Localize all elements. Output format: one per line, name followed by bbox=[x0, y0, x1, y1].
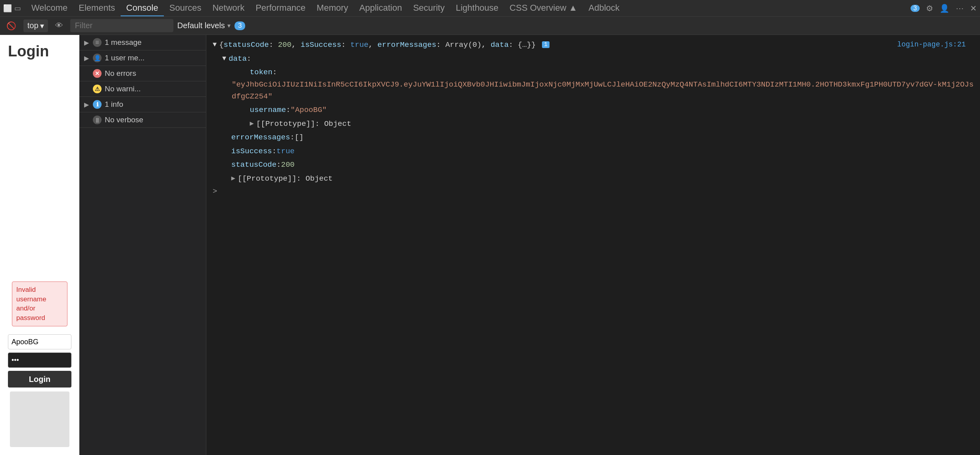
tab-css-overview[interactable]: CSS Overview ▲ bbox=[504, 0, 583, 16]
more-dots-icon[interactable]: ⋯ bbox=[956, 4, 964, 13]
list-icon: ≡ bbox=[93, 38, 102, 47]
error-message-box: Invalid username and/or password bbox=[12, 281, 67, 326]
sidebar-item-messages[interactable]: ▶ ≡ 1 message bbox=[79, 35, 206, 50]
username-key: username bbox=[250, 104, 286, 116]
login-title: Login bbox=[4, 43, 49, 60]
prototype-outer-text: [[Prototype]]: Object bbox=[238, 173, 332, 185]
default-levels-chevron-icon: ▾ bbox=[227, 22, 231, 29]
issuccess-key: isSuccess bbox=[231, 145, 272, 157]
sidebar-item-info[interactable]: ▶ ℹ 1 info bbox=[79, 97, 206, 112]
console-errormessages-line: errorMessages: [] bbox=[206, 131, 980, 144]
console-main-line[interactable]: ▼ {statusCode: 200, isSuccess: true, err… bbox=[206, 38, 980, 52]
sidebar-item-errors[interactable]: ▶ ✕ No errors bbox=[79, 66, 206, 81]
data-label: data: bbox=[229, 53, 251, 65]
errormessages-value: [] bbox=[294, 131, 304, 143]
errors-label: No errors bbox=[105, 69, 201, 78]
tab-security[interactable]: Security bbox=[407, 0, 450, 16]
console-issuccess-line: isSuccess: true bbox=[206, 145, 980, 158]
console-data-key: ▼ data: bbox=[206, 52, 980, 66]
warnings-label: No warni... bbox=[105, 85, 201, 93]
login-button[interactable]: Login bbox=[8, 371, 71, 388]
console-prototype-outer[interactable]: ▶ [[Prototype]]: Object bbox=[206, 172, 980, 186]
devtools-topbar: ⬜ ▭ Welcome Elements Console Sources Net… bbox=[0, 0, 980, 17]
tab-lighthouse[interactable]: Lighthouse bbox=[450, 0, 504, 16]
console-group-user: ▶ 👤 1 user me... bbox=[79, 50, 206, 66]
console-badge-count: 3 bbox=[234, 21, 245, 30]
tab-welcome[interactable]: Welcome bbox=[26, 0, 73, 16]
topbar-right: 3 ⚙ 👤 ⋯ ✕ bbox=[911, 4, 977, 13]
close-icon[interactable]: ✕ bbox=[970, 4, 977, 13]
clear-console-button[interactable]: 🚫 bbox=[3, 19, 19, 32]
token-key: token: bbox=[232, 66, 277, 78]
context-selector[interactable]: top ▾ bbox=[23, 19, 48, 32]
errormessages-key: errorMessages bbox=[231, 131, 290, 143]
default-levels-button[interactable]: Default levels ▾ bbox=[177, 21, 231, 30]
console-caret[interactable]: > bbox=[206, 185, 980, 197]
default-levels-label: Default levels bbox=[177, 21, 225, 30]
collapse-arrow-proto-outer[interactable]: ▶ bbox=[231, 173, 235, 185]
inspect-icon[interactable]: ⬜ bbox=[3, 4, 12, 13]
info-label: 1 info bbox=[105, 100, 201, 109]
device-icon[interactable]: ▭ bbox=[14, 4, 21, 13]
tab-memory[interactable]: Memory bbox=[311, 0, 354, 16]
arrow-icon: ▶ bbox=[84, 39, 89, 46]
sidebar-item-verbose[interactable]: ▶ ||| No verbose bbox=[79, 112, 206, 127]
statuscode-value: 200 bbox=[281, 159, 294, 171]
watch-icon-button[interactable]: 👁 bbox=[52, 19, 66, 32]
main-content: Login Invalid username and/or password L… bbox=[0, 35, 980, 455]
console-group-messages: ▶ ≡ 1 message bbox=[79, 35, 206, 50]
sidebar-item-user[interactable]: ▶ 👤 1 user me... bbox=[79, 50, 206, 66]
username-value: "ApooBG" bbox=[290, 104, 327, 116]
expand-arrow-data[interactable]: ▼ bbox=[222, 53, 226, 65]
token-value: "eyJhbGciOiJIUzI1NiIsInR5cCI6IkpXVCJ9.ey… bbox=[232, 79, 974, 103]
sidebar-item-warnings[interactable]: ▶ ⚠ No warni... bbox=[79, 81, 206, 96]
tab-network[interactable]: Network bbox=[207, 0, 250, 16]
console-count-badge: 1 bbox=[542, 41, 550, 48]
tab-elements[interactable]: Elements bbox=[73, 0, 121, 16]
settings-icon[interactable]: ⚙ bbox=[926, 4, 933, 13]
context-chevron-icon: ▾ bbox=[40, 21, 44, 31]
tab-sources[interactable]: Sources bbox=[164, 0, 207, 16]
collapse-arrow-proto-inner[interactable]: ▶ bbox=[250, 118, 254, 130]
arrow-icon-user: ▶ bbox=[84, 54, 89, 62]
info-icon: ℹ bbox=[93, 100, 102, 109]
console-prototype-inner[interactable]: ▶ [[Prototype]]: Object bbox=[206, 117, 980, 131]
console-username-line: username: "ApooBG" bbox=[206, 103, 980, 117]
password-input[interactable] bbox=[8, 353, 71, 368]
console-group-warnings: ▶ ⚠ No warni... bbox=[79, 81, 206, 97]
context-label: top bbox=[27, 21, 38, 30]
verbose-icon: ||| bbox=[93, 116, 102, 124]
tab-application[interactable]: Application bbox=[354, 0, 408, 16]
console-statuscode-line: statusCode: 200 bbox=[206, 158, 980, 172]
arrow-icon-info: ▶ bbox=[84, 101, 89, 108]
console-sidebar: ▶ ≡ 1 message ▶ 👤 1 user me... ▶ ✕ No er… bbox=[79, 35, 206, 455]
topbar-badge: 3 bbox=[911, 5, 920, 12]
statuscode-key: statusCode bbox=[231, 159, 277, 171]
messages-label: 1 message bbox=[105, 38, 201, 47]
tab-icons: ⬜ ▭ bbox=[3, 4, 21, 13]
console-output: ▼ {statusCode: 200, isSuccess: true, err… bbox=[206, 35, 980, 455]
filter-input[interactable] bbox=[70, 19, 173, 32]
tab-performance[interactable]: Performance bbox=[250, 0, 311, 16]
webpage-preview: Login Invalid username and/or password L… bbox=[0, 35, 79, 455]
verbose-label: No verbose bbox=[105, 116, 201, 124]
source-link[interactable]: login-page.js:21 bbox=[897, 39, 974, 50]
profile-icon[interactable]: 👤 bbox=[940, 4, 949, 13]
user-label: 1 user me... bbox=[105, 54, 201, 62]
console-group-errors: ▶ ✕ No errors bbox=[79, 66, 206, 81]
devtools-toolbar: 🚫 top ▾ 👁 Default levels ▾ 3 bbox=[0, 17, 980, 35]
main-line-text: {statusCode: 200, isSuccess: true, error… bbox=[219, 39, 550, 51]
prototype-inner-text: [[Prototype]]: Object bbox=[256, 118, 351, 130]
error-icon: ✕ bbox=[93, 69, 102, 78]
expand-arrow-main[interactable]: ▼ bbox=[213, 39, 217, 51]
tab-console[interactable]: Console bbox=[121, 0, 164, 16]
webpage-inner: Login Invalid username and/or password L… bbox=[0, 35, 79, 455]
issuccess-value: true bbox=[277, 145, 295, 157]
tab-adblock[interactable]: Adblock bbox=[583, 0, 625, 16]
login-bottom-area bbox=[10, 391, 69, 447]
warning-icon: ⚠ bbox=[93, 85, 102, 93]
console-group-verbose: ▶ ||| No verbose bbox=[79, 112, 206, 128]
user-icon: 👤 bbox=[93, 54, 102, 62]
console-token-line: token: "eyJhbGciOiJIUzI1NiIsInR5cCI6IkpX… bbox=[206, 66, 980, 103]
username-input[interactable] bbox=[8, 334, 71, 349]
